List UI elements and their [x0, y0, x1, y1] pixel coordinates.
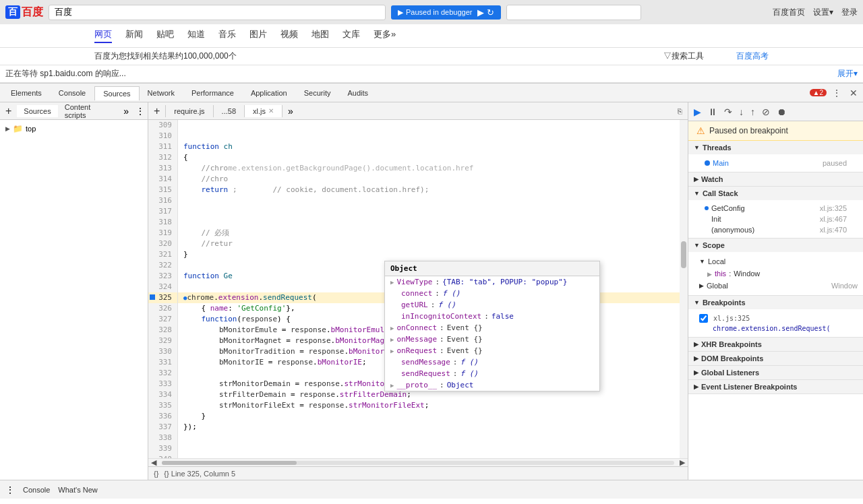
file-tab-xljs[interactable]: xl.js ✕: [245, 105, 282, 117]
line-309: [178, 120, 688, 131]
event-listener-breakpoints-header[interactable]: ▶ Event Listener Breakpoints: [688, 380, 863, 393]
tab-sources[interactable]: Sources: [94, 86, 139, 100]
tab-security[interactable]: Security: [296, 86, 340, 100]
debug-pause-btn[interactable]: ⏸: [705, 105, 720, 119]
file-tab-requirejs[interactable]: require.js: [166, 105, 213, 117]
breakpoints-header[interactable]: ▼ Breakpoints: [688, 296, 863, 309]
watch-header[interactable]: ▶ Watch: [688, 172, 863, 186]
search-tool-btn[interactable]: ▽搜索工具: [663, 51, 704, 62]
devtools-close-btn[interactable]: ✕: [847, 86, 860, 100]
scope-arrow: ▼: [694, 242, 700, 249]
nav-news[interactable]: 新闻: [125, 28, 143, 43]
threads-header[interactable]: ▼ Threads: [688, 141, 863, 154]
xhr-breakpoints-header[interactable]: ▶ XHR Breakpoints: [688, 338, 863, 351]
status-format-icon[interactable]: {}: [154, 470, 158, 478]
tab-network[interactable]: Network: [140, 86, 183, 100]
expand-btn[interactable]: 展开▾: [837, 68, 858, 80]
paused-step-btn[interactable]: ↻: [487, 7, 494, 18]
nav-pic[interactable]: 图片: [249, 28, 267, 43]
settings-link[interactable]: 设置▾: [813, 7, 833, 18]
address-bar[interactable]: [49, 5, 386, 20]
format-btn[interactable]: ⎘: [672, 107, 688, 115]
dom-breakpoints-header[interactable]: ▶ DOM Breakpoints: [688, 352, 863, 365]
fn-init: Init: [705, 215, 721, 223]
popup-item-incognito[interactable]: inIncognitoContext : false: [385, 311, 599, 322]
popup-item-onconnect[interactable]: ▶ onConnect : Event {}: [385, 322, 599, 334]
scope-local-header[interactable]: ▼ Local: [688, 255, 863, 268]
scope-global-val: Window: [831, 282, 858, 290]
ln-336: 336: [148, 411, 177, 422]
debug-step-out-btn[interactable]: ↑: [748, 105, 758, 119]
devtools-menu-btn[interactable]: ⋮: [829, 86, 844, 100]
second-address-bar[interactable]: [506, 5, 641, 20]
horizontal-scrollbar[interactable]: ◀ ▶: [148, 458, 688, 466]
popup-item-onrequest[interactable]: ▶ onRequest : Event {}: [385, 345, 599, 356]
ln-333: 333: [148, 379, 177, 389]
file-tab-58[interactable]: ...58: [214, 105, 245, 117]
scope-section: ▼ Scope ▼ Local ▶ this : Window: [688, 239, 863, 296]
call-stack-item-getconfig[interactable]: GetConfig xl.js:325: [688, 203, 863, 214]
scope-local-this[interactable]: ▶ this : Window: [688, 268, 863, 279]
file-tabs-more[interactable]: »: [282, 106, 299, 117]
debug-step-over-btn[interactable]: ↷: [721, 105, 735, 119]
tab-sources-files[interactable]: Sources: [17, 105, 57, 117]
tab-console[interactable]: Console: [51, 86, 94, 100]
bottom-whatsnew-tab[interactable]: What's New: [58, 486, 97, 494]
login-link[interactable]: 登录: [841, 7, 858, 18]
scrollbar-track[interactable]: [162, 461, 674, 465]
popup-item-proto[interactable]: ▶ __proto__ : Object: [385, 379, 599, 391]
paused-text: Paused in debugger: [406, 8, 472, 16]
paused-resume-btn[interactable]: ▶: [477, 7, 484, 18]
breakpoint-checkbox[interactable]: [699, 314, 708, 323]
tab-content-scripts[interactable]: Content scripts: [58, 102, 120, 121]
nav-webpage[interactable]: 网页: [94, 28, 112, 43]
scroll-thumb[interactable]: [681, 241, 686, 268]
debug-step-into-btn[interactable]: ↓: [736, 105, 746, 119]
baidu-upgrade-link[interactable]: 百度高考: [736, 51, 769, 62]
baidu-home-link[interactable]: 百度首页: [773, 7, 805, 18]
bottom-menu-btn[interactable]: ⋮: [5, 484, 15, 495]
popup-item-onmessage[interactable]: ▶ onMessage : Event {}: [385, 334, 599, 345]
tab-elements[interactable]: Elements: [3, 86, 51, 100]
tab-new-file[interactable]: +: [0, 105, 17, 117]
tab-audits[interactable]: Audits: [339, 86, 377, 100]
call-stack-item-anonymous[interactable]: (anonymous) xl.js:470: [688, 224, 863, 235]
sources-more-btn[interactable]: »: [119, 106, 133, 117]
global-listeners-header[interactable]: ▶ Global Listeners: [688, 366, 863, 379]
popup-item-geturl[interactable]: getURL : f (): [385, 299, 599, 311]
tab-performance[interactable]: Performance: [183, 86, 243, 100]
sources-menu-icon[interactable]: ⋮: [133, 106, 148, 117]
nav-zhidao[interactable]: 知道: [187, 28, 205, 43]
call-stack-item-init[interactable]: Init xl.js:467: [688, 214, 863, 224]
scrollbar-thumb[interactable]: [162, 461, 297, 465]
nav-wenku[interactable]: 文库: [343, 28, 360, 43]
file-tab-new[interactable]: +: [148, 105, 166, 117]
scroll-track[interactable]: [680, 120, 688, 458]
scope-header[interactable]: ▼ Scope: [688, 239, 863, 252]
bottom-console-tab[interactable]: Console: [23, 486, 50, 494]
breakpoint-item-xljs[interactable]: xl.js:325 chrome.extension.sendRequest(: [688, 312, 863, 334]
ln-318: 318: [148, 217, 177, 228]
popup-item-sendrequest[interactable]: sendRequest : f (): [385, 368, 599, 379]
devtools-body: + Sources Content scripts » ⋮ ▶ 📁 top + …: [0, 102, 863, 480]
popup-val-viewtype: {TAB: "tab", POPUP: "popup"}: [442, 278, 567, 286]
nav-map[interactable]: 地图: [311, 28, 329, 43]
debug-resume-btn[interactable]: ▶: [691, 105, 704, 119]
popup-item-sendmessage[interactable]: sendMessage : f (): [385, 356, 599, 368]
nav-more[interactable]: 更多»: [374, 28, 396, 43]
popup-item-viewtype[interactable]: ▶ ViewType : {TAB: "tab", POPUP: "popup"…: [385, 276, 599, 288]
nav-music[interactable]: 音乐: [218, 28, 236, 43]
tree-item-top[interactable]: ▶ 📁 top: [0, 123, 148, 135]
debug-pause-exceptions-btn[interactable]: ⏺: [774, 105, 789, 119]
close-tab-xljs[interactable]: ✕: [268, 107, 274, 115]
scope-this-arrow: ▶: [707, 271, 712, 278]
tab-application[interactable]: Application: [243, 86, 296, 100]
debug-deactivate-btn[interactable]: ⊘: [759, 105, 773, 119]
nav-tieba[interactable]: 贴吧: [156, 28, 174, 43]
nav-video[interactable]: 视频: [280, 28, 298, 43]
call-stack-header[interactable]: ▼ Call Stack: [688, 187, 863, 200]
loc-anonymous: xl.js:470: [820, 226, 847, 234]
popup-item-connect[interactable]: connect : f (): [385, 288, 599, 299]
thread-main[interactable]: Main paused: [688, 157, 863, 169]
scope-global-header[interactable]: ▶ Global Window: [688, 279, 863, 292]
